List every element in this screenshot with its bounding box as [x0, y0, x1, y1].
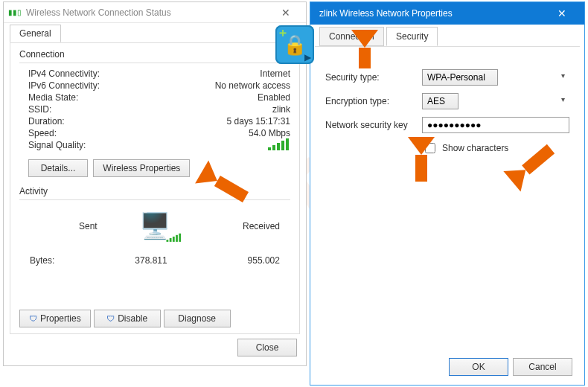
status-title: Wireless Network Connection Status [26, 7, 270, 18]
divider [19, 199, 290, 200]
ipv6-value: No network access [215, 80, 290, 91]
received-label: Received [243, 221, 280, 231]
tab-general[interactable]: General [10, 25, 61, 42]
signal-label: Signal Quality: [28, 140, 86, 153]
tab-security[interactable]: Security [386, 27, 438, 46]
shield-icon: 🛡 [29, 314, 37, 323]
security-key-label: Network security key [325, 120, 422, 130]
encryption-type-label: Encryption type: [325, 96, 422, 106]
divider [19, 63, 290, 63]
close-icon[interactable]: ✕ [547, 7, 577, 19]
diagnose-button[interactable]: Diagnose [164, 310, 231, 327]
group-activity-label: Activity [19, 186, 290, 196]
lock-plus-icon: ＋🔒▶ [275, 25, 314, 64]
ok-button[interactable]: OK [449, 358, 508, 376]
status-tabs: General [4, 23, 306, 42]
ssid-label: SSID: [28, 104, 51, 115]
ipv6-label: IPv6 Connectivity: [28, 80, 100, 91]
disable-button[interactable]: 🛡Disable [94, 310, 161, 327]
props-footer-buttons: OK Cancel [449, 358, 572, 376]
ipv4-value: Internet [260, 68, 290, 79]
cancel-button[interactable]: Cancel [513, 358, 572, 376]
group-activity: Activity Sent Received 🖥️ Bytes: 378.811… [19, 186, 290, 294]
status-footer-buttons: 🛡Properties 🛡Disable Diagnose [19, 310, 231, 327]
wireless-properties-button[interactable]: Wireless Properties [93, 159, 190, 177]
close-icon[interactable]: ✕ [270, 7, 301, 19]
security-type-select[interactable]: WPA-Personal [422, 69, 498, 86]
shield-icon: 🛡 [106, 314, 115, 323]
encryption-type-select[interactable]: AES [422, 93, 458, 109]
close-button[interactable]: Close [237, 339, 297, 356]
security-key-input[interactable] [422, 117, 569, 133]
duration-value: 5 days 15:17:31 [227, 116, 290, 127]
wifi-icon: ▮▮▯ [8, 8, 22, 16]
status-titlebar[interactable]: ▮▮▯ Wireless Network Connection Status ✕ [4, 2, 306, 23]
security-type-label: Security type: [325, 72, 422, 83]
speed-value: 54.0 Mbps [249, 128, 290, 138]
properties-window: zlink Wireless Network Properties ✕ Conn… [310, 1, 585, 386]
group-connection: Connection IPv4 Connectivity:Internet IP… [19, 49, 290, 180]
media-label: Media State: [28, 92, 78, 103]
show-characters-label: Show characters [442, 143, 508, 153]
speed-label: Speed: [28, 128, 57, 138]
bytes-received-value: 955.002 [248, 255, 280, 266]
props-title: zlink Wireless Network Properties [319, 8, 547, 19]
properties-button[interactable]: 🛡Properties [19, 310, 91, 327]
bytes-label: Bytes: [30, 255, 54, 266]
props-titlebar[interactable]: zlink Wireless Network Properties ✕ [310, 2, 584, 25]
signal-bars-small-icon [163, 233, 185, 246]
status-window: ▮▮▯ Wireless Network Connection Status ✕… [3, 1, 307, 366]
sent-label: Sent [79, 221, 98, 231]
ipv4-label: IPv4 Connectivity: [28, 68, 100, 79]
duration-label: Duration: [28, 116, 65, 127]
group-connection-label: Connection [19, 49, 290, 60]
signal-bars-icon [268, 140, 290, 153]
bytes-sent-value: 378.811 [135, 255, 167, 266]
ssid-value: zlink [272, 104, 290, 115]
props-body: Security type: WPA-Personal Encryption t… [310, 47, 584, 156]
media-value: Enabled [258, 92, 290, 103]
details-button[interactable]: Details... [28, 159, 88, 177]
status-body: Connection IPv4 Connectivity:Internet IP… [10, 42, 300, 334]
